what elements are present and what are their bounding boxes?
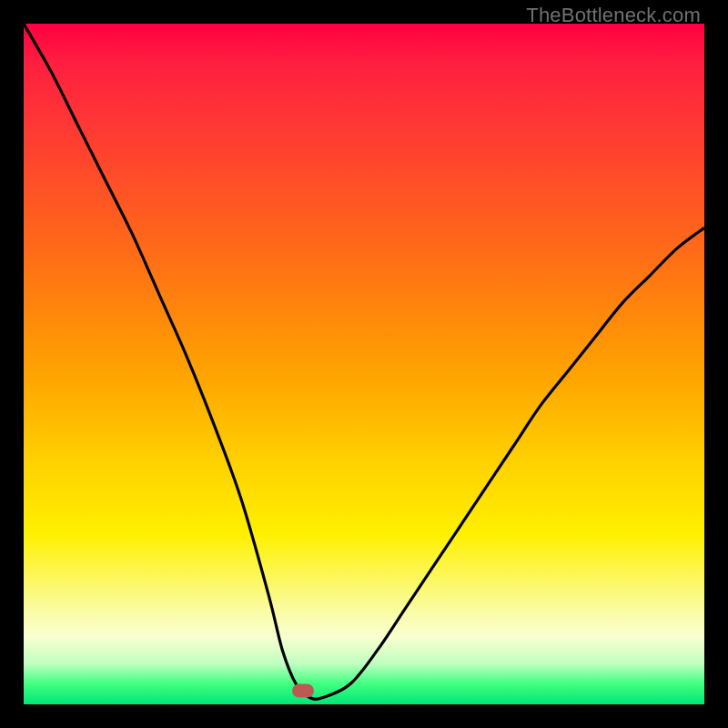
optimal-marker xyxy=(292,684,314,698)
chart-frame: TheBottleneck.com xyxy=(0,0,728,728)
bottleneck-curve xyxy=(24,24,704,704)
plot-area xyxy=(24,24,704,704)
attribution-text: TheBottleneck.com xyxy=(526,4,701,27)
